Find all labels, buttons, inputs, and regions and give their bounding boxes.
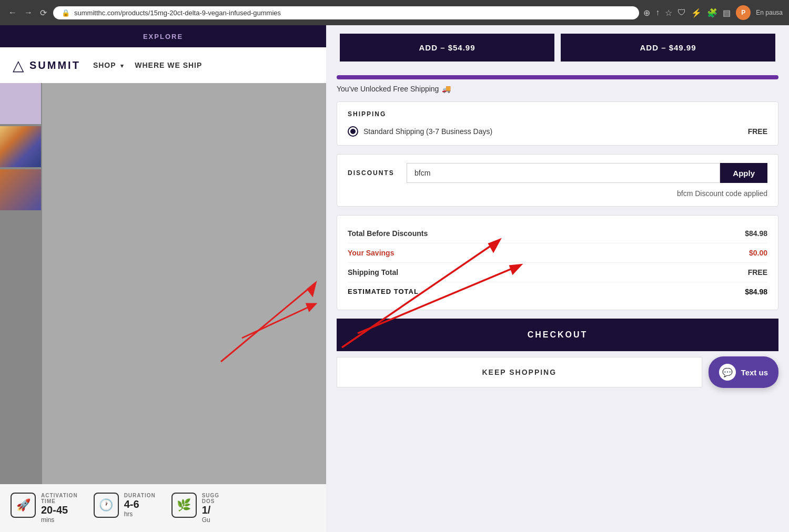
activation-value: 20-45 [41,504,78,516]
browser-nav: ← → ⟳ [6,8,49,18]
forward-icon[interactable]: → [22,8,35,17]
address-bar[interactable]: 🔒 summitthc.com/products/15mg-20ct-delta… [53,6,639,19]
checkout-button[interactable]: CHECKOUT [337,319,778,351]
mountain-icon: △ [13,57,24,74]
explore-text: EXPLORE [143,33,183,40]
lock-icon: 🔒 [62,9,70,17]
duration-info: 🕐 DURATION 4-6 hrs [94,493,156,524]
add-buttons-row: ADD – $54.99 ADD – $49.99 [326,25,789,70]
add-button-2[interactable]: ADD – $49.99 [561,34,775,62]
dose-value: 1/ [202,504,219,516]
nav-items: SHOP ▾ WHERE WE SHIP [93,61,202,69]
url-text: summitthc.com/products/15mg-20ct-delta-9… [74,9,281,17]
browser-actions: ⊕ ↑ ☆ 🛡 ⚡ 🧩 ▤ P En pausa [643,5,783,20]
discounts-row: DISCOUNTS Apply [348,163,767,183]
radio-button[interactable] [348,126,358,137]
totals-section: Total Before Discounts $84.98 Your Savin… [337,215,778,310]
savings-value: $0.00 [749,249,767,257]
keep-shopping-button[interactable]: KEEP SHOPPING [337,357,702,387]
estimated-total-row: ESTIMATED TOTAL $84.98 [348,282,767,301]
add-button-1[interactable]: ADD – $54.99 [340,34,554,62]
reload-icon[interactable]: ⟳ [38,8,49,18]
shipping-section: SHIPPING Standard Shipping (3-7 Business… [337,101,778,146]
translate-icon[interactable]: ⊕ [643,8,650,18]
shipping-option-label: Standard Shipping (3-7 Business Days) [363,127,743,136]
logo-area: △ SUMMIT [13,57,80,74]
progress-bar-container [337,75,778,79]
thumbnail-2[interactable] [0,126,41,167]
radio-inner [350,129,356,134]
discount-applied-message: bfcm Discount code applied [348,189,767,198]
discount-input-wrap: Apply [407,163,767,183]
extension-icon[interactable]: ⚡ [691,8,702,18]
leaf-icon: 🌿 [171,493,197,518]
thumbnail-3[interactable] [0,169,41,210]
activation-time-info: 🚀 ACTIVATIONTIME 20-45 mins [11,493,78,524]
shipping-total-value: FREE [748,268,767,277]
left-panel: EXPLORE △ SUMMIT SHOP ▾ WHERE WE SHIP [0,25,326,532]
total-before-value: $84.98 [745,229,767,238]
chat-icon: 💬 [719,364,736,381]
activation-label: ACTIVATIONTIME [41,493,78,504]
savings-row: Your Savings $0.00 [348,243,767,263]
thumbnail-strip [0,83,41,212]
profile-button[interactable]: P [736,5,751,20]
duration-unit: hrs [124,510,156,518]
dose-info: 🌿 SUGGDOS 1/ Gu [171,493,219,524]
star-icon[interactable]: ☆ [665,8,672,18]
pause-label: En pausa [756,9,783,16]
rocket-icon: 🚀 [11,493,36,518]
discounts-title: DISCOUNTS [348,169,400,177]
shipping-option[interactable]: Standard Shipping (3-7 Business Days) FR… [337,122,778,145]
cart-panel: ADD – $54.99 ADD – $49.99 You've Unlocke… [326,25,789,532]
shipping-section-title: SHIPPING [337,102,778,122]
savings-label: Your Savings [348,249,394,257]
puzzle-icon[interactable]: 🧩 [707,8,717,18]
estimated-total-value: $84.98 [745,288,767,296]
truck-icon: 🚚 [442,85,451,93]
activation-text: ACTIVATIONTIME 20-45 mins [41,493,78,524]
share-icon[interactable]: ↑ [655,8,660,17]
site-header: △ SUMMIT SHOP ▾ WHERE WE SHIP [0,47,326,83]
apply-button[interactable]: Apply [720,163,767,183]
text-us-button[interactable]: 💬 Text us [709,356,778,388]
browser-chrome: ← → ⟳ 🔒 summitthc.com/products/15mg-20ct… [0,0,789,25]
dose-unit: Gu [202,516,219,524]
product-info-bar: 🚀 ACTIVATIONTIME 20-45 mins 🕐 DURATION 4… [0,484,326,532]
product-main-image [42,83,326,532]
shipping-total-label: Shipping Total [348,268,398,277]
progress-bar-fill [337,75,778,79]
shipping-total-row: Shipping Total FREE [348,263,767,282]
dose-label: SUGGDOS [202,493,219,504]
sidebar-icon[interactable]: ▤ [723,8,731,18]
clock-icon: 🕐 [94,493,119,518]
shield-icon[interactable]: 🛡 [677,8,686,17]
back-icon[interactable]: ← [6,8,19,17]
shipping-option-price: FREE [748,127,767,136]
duration-value: 4-6 [124,498,156,510]
thumbnail-1[interactable] [0,83,41,124]
text-us-label: Text us [741,368,768,377]
keep-shopping-row: KEEP SHOPPING 💬 Text us [326,356,789,396]
page: EXPLORE △ SUMMIT SHOP ▾ WHERE WE SHIP [0,25,789,532]
nav-where-we-ship[interactable]: WHERE WE SHIP [135,61,202,69]
dose-text: SUGGDOS 1/ Gu [202,493,219,524]
nav-shop[interactable]: SHOP ▾ [93,61,124,69]
free-shipping-text: You've Unlocked Free Shipping 🚚 [337,85,778,93]
chevron-down-icon: ▾ [120,63,124,69]
checkout-button-wrap: CHECKOUT [326,319,789,356]
total-before-discounts-row: Total Before Discounts $84.98 [348,224,767,243]
discount-code-input[interactable] [407,163,720,183]
free-shipping-section: You've Unlocked Free Shipping 🚚 [326,70,789,101]
duration-text: DURATION 4-6 hrs [124,493,156,518]
logo-text: SUMMIT [29,59,80,71]
discounts-section: DISCOUNTS Apply bfcm Discount code appli… [337,154,778,207]
activation-unit: mins [41,516,78,524]
duration-label: DURATION [124,493,156,498]
total-before-label: Total Before Discounts [348,229,428,238]
explore-bar: EXPLORE [0,25,326,47]
estimated-total-label: ESTIMATED TOTAL [348,288,419,296]
